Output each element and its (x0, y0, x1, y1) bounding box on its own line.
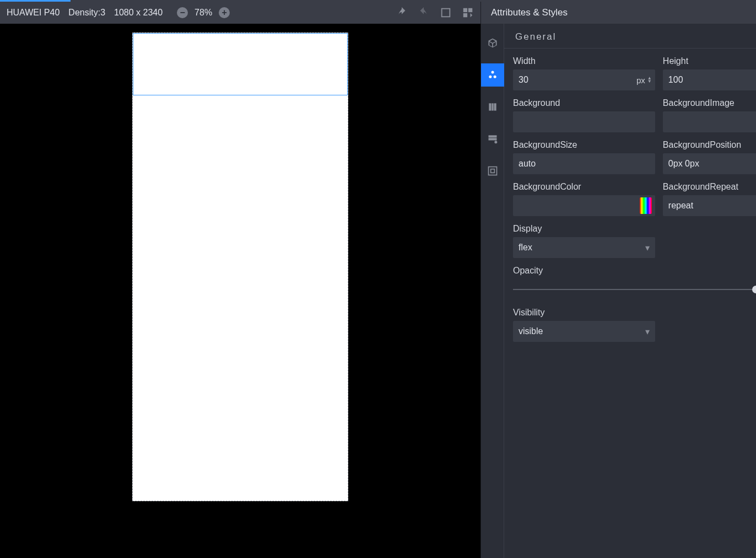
svg-point-6 (493, 76, 496, 78)
svg-rect-2 (468, 8, 472, 12)
field-backgroundposition: BackgroundPosition (663, 140, 756, 174)
width-input[interactable]: px ▲▼ (513, 69, 655, 90)
field-backgroundrepeat: BackgroundRepeat repeat ▾ (663, 182, 756, 216)
backgroundsize-input[interactable] (513, 153, 655, 174)
backgroundcolor-input[interactable] (513, 195, 655, 216)
background-label: Background (513, 98, 655, 108)
tab-columns-icon[interactable] (481, 95, 504, 119)
height-input[interactable]: px ▲▼ (663, 69, 756, 90)
field-background: Background (513, 98, 655, 132)
svg-rect-9 (494, 103, 496, 110)
field-opacity: Opacity ▲▼ (513, 266, 756, 300)
svg-rect-10 (488, 135, 496, 137)
height-value[interactable] (663, 69, 756, 90)
zoom-out-button[interactable]: − (177, 7, 188, 18)
visibility-value: visible (519, 326, 543, 336)
svg-rect-8 (492, 103, 493, 110)
svg-rect-0 (442, 9, 450, 17)
zoom-controls: − 78% + (177, 7, 230, 18)
attributes-scroll[interactable]: General Width px ▲▼ Height (504, 24, 756, 558)
attributes-panel: Attributes & Styles (480, 2, 756, 558)
chevron-down-icon: ▾ (645, 326, 650, 337)
backgroundcolor-label: BackgroundColor (513, 182, 655, 192)
field-backgroundsize: BackgroundSize (513, 140, 655, 174)
chevron-down-icon: ▾ (645, 243, 650, 253)
undo-icon[interactable] (396, 7, 408, 19)
toolbar-right-group (396, 7, 474, 19)
color-picker-icon[interactable] (640, 197, 652, 214)
svg-rect-1 (463, 8, 467, 12)
backgroundrepeat-label: BackgroundRepeat (663, 182, 756, 192)
svg-rect-11 (488, 138, 496, 140)
backgroundsize-label: BackgroundSize (513, 140, 655, 150)
field-backgroundimage: BackgroundImage (663, 98, 756, 132)
width-label: Width (513, 56, 655, 66)
backgroundrepeat-select[interactable]: repeat ▾ (663, 195, 756, 216)
field-height: Height px ▲▼ (663, 56, 756, 90)
panel-body: General Width px ▲▼ Height (481, 24, 756, 558)
device-name: HUAWEI P40 (7, 8, 60, 18)
slider-thumb[interactable] (752, 286, 756, 293)
svg-point-4 (491, 71, 494, 74)
field-backgroundcolor: BackgroundColor (513, 182, 655, 216)
selected-element[interactable] (133, 33, 348, 95)
tab-database-icon[interactable] (481, 127, 504, 151)
section-general: General (504, 24, 756, 49)
zoom-in-button[interactable]: + (219, 7, 230, 18)
density-label: Density:3 (68, 8, 105, 18)
canvas-viewport[interactable] (0, 24, 480, 558)
resolution-label: 1080 x 2340 (114, 8, 163, 18)
visibility-select[interactable]: visible ▾ (513, 321, 655, 342)
width-unit[interactable]: px (634, 69, 647, 90)
svg-rect-13 (488, 167, 496, 175)
width-stepper[interactable]: ▲▼ (647, 69, 655, 90)
field-visibility: Visibility visible ▾ (513, 308, 655, 342)
field-display: Display flex ▾ (513, 224, 655, 258)
svg-rect-14 (490, 169, 494, 173)
main-layout: HUAWEI P40 Density:3 1080 x 2340 − 78% + (0, 2, 756, 558)
tab-cube-icon[interactable] (481, 31, 504, 55)
svg-point-12 (494, 141, 497, 143)
rectangle-icon[interactable] (440, 7, 452, 19)
width-value[interactable] (513, 69, 634, 90)
panel-title: Attributes & Styles (481, 2, 756, 24)
display-label: Display (513, 224, 655, 234)
zoom-level: 78% (195, 8, 212, 18)
canvas-area: HUAWEI P40 Density:3 1080 x 2340 − 78% + (0, 2, 480, 558)
tab-styles-icon[interactable] (481, 63, 504, 87)
device-frame[interactable] (132, 33, 348, 501)
form-grid: Width px ▲▼ Height px ▲▼ (504, 49, 756, 358)
display-value: flex (519, 243, 532, 253)
svg-rect-3 (463, 13, 467, 17)
opacity-control: ▲▼ (513, 279, 756, 300)
opacity-label: Opacity (513, 266, 756, 276)
visibility-label: Visibility (513, 308, 655, 318)
backgroundimage-label: BackgroundImage (663, 98, 756, 108)
svg-rect-7 (489, 103, 491, 110)
panel-tool-strip (481, 24, 504, 558)
canvas-toolbar: HUAWEI P40 Density:3 1080 x 2340 − 78% + (0, 2, 480, 24)
backgroundposition-label: BackgroundPosition (663, 140, 756, 150)
redo-icon[interactable] (418, 7, 430, 19)
svg-point-5 (489, 76, 492, 78)
backgroundimage-input[interactable] (663, 111, 756, 132)
height-label: Height (663, 56, 756, 66)
field-width: Width px ▲▼ (513, 56, 655, 90)
tab-boxmodel-icon[interactable] (481, 159, 504, 183)
display-select[interactable]: flex ▾ (513, 237, 655, 258)
layout-tool-icon[interactable] (462, 7, 474, 19)
spacer-cell (663, 224, 756, 258)
backgroundrepeat-value: repeat (668, 201, 693, 211)
background-input[interactable] (513, 111, 655, 132)
opacity-slider[interactable] (513, 289, 756, 290)
backgroundposition-input[interactable] (663, 153, 756, 174)
